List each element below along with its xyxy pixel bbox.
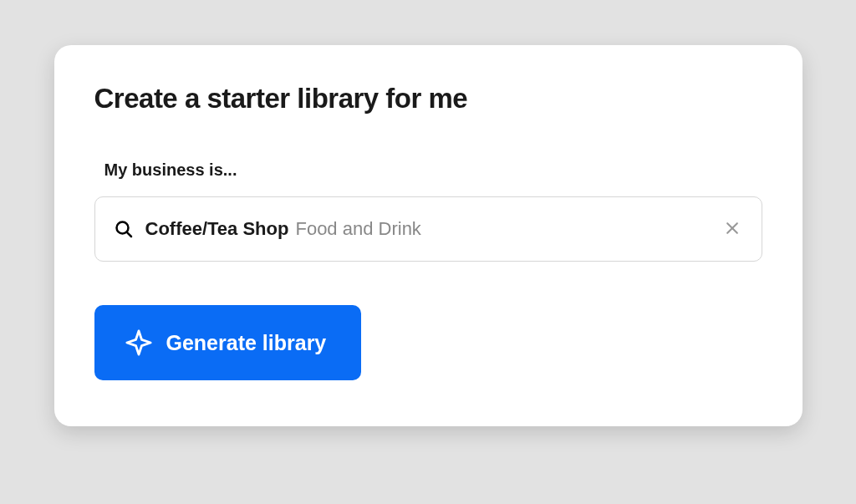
- business-category: Food and Drink: [295, 218, 420, 240]
- business-value: Coffee/Tea Shop: [145, 218, 289, 240]
- generate-button-label: Generate library: [166, 331, 327, 355]
- business-label: My business is...: [104, 160, 762, 180]
- svg-line-1: [126, 232, 130, 237]
- generate-library-button[interactable]: Generate library: [94, 305, 362, 380]
- close-icon: [724, 220, 741, 239]
- search-icon: [114, 219, 134, 239]
- business-input-text: Coffee/Tea Shop Food and Drink: [145, 218, 710, 240]
- card-title: Create a starter library for me: [94, 83, 762, 115]
- clear-button[interactable]: [721, 218, 743, 240]
- starter-library-card: Create a starter library for me My busin…: [54, 45, 802, 426]
- sparkle-icon: [125, 328, 153, 357]
- business-input[interactable]: Coffee/Tea Shop Food and Drink: [94, 196, 762, 262]
